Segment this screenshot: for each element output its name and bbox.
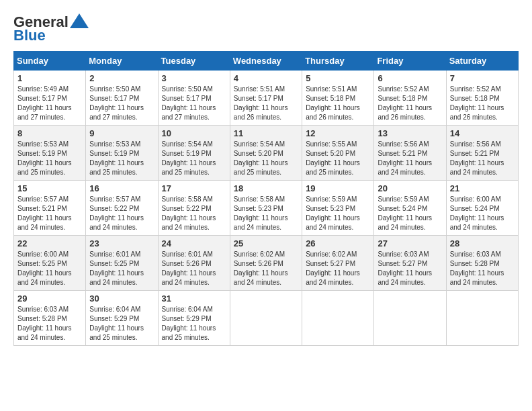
calendar-cell: 5 Sunrise: 5:51 AM Sunset: 5:18 PM Dayli… <box>302 71 374 126</box>
day-number: 3 <box>162 73 226 83</box>
day-info: Sunrise: 5:59 AM Sunset: 5:24 PM Dayligh… <box>378 195 442 232</box>
day-info: Sunrise: 5:52 AM Sunset: 5:18 PM Dayligh… <box>378 85 442 122</box>
day-info: Sunrise: 6:00 AM Sunset: 5:25 PM Dayligh… <box>17 250 82 287</box>
calendar-cell: 9 Sunrise: 5:53 AM Sunset: 5:19 PM Dayli… <box>86 126 158 181</box>
calendar-cell: 21 Sunrise: 6:00 AM Sunset: 5:24 PM Dayl… <box>446 181 518 236</box>
day-number: 31 <box>162 293 226 304</box>
day-number: 17 <box>162 183 226 193</box>
calendar-cell <box>302 291 374 346</box>
day-number: 26 <box>306 238 370 248</box>
weekday-header-tuesday: Tuesday <box>158 52 230 71</box>
day-number: 6 <box>378 73 442 83</box>
weekday-header-sunday: Sunday <box>14 52 86 71</box>
day-info: Sunrise: 6:01 AM Sunset: 5:25 PM Dayligh… <box>89 250 154 287</box>
calendar-week-4: 22 Sunrise: 6:00 AM Sunset: 5:25 PM Dayl… <box>14 236 519 291</box>
logo-icon <box>70 13 89 28</box>
logo: General Blue <box>13 13 89 44</box>
calendar-cell <box>230 291 302 346</box>
day-number: 13 <box>378 128 442 138</box>
day-number: 30 <box>89 293 154 304</box>
day-info: Sunrise: 5:53 AM Sunset: 5:19 PM Dayligh… <box>17 140 82 177</box>
logo-blue: Blue <box>13 27 46 44</box>
day-number: 10 <box>162 128 226 138</box>
page-header: General Blue <box>13 13 519 44</box>
day-number: 8 <box>17 128 82 138</box>
calendar-cell: 10 Sunrise: 5:54 AM Sunset: 5:19 PM Dayl… <box>158 126 230 181</box>
day-info: Sunrise: 5:59 AM Sunset: 5:23 PM Dayligh… <box>306 195 370 232</box>
weekday-header-monday: Monday <box>86 52 158 71</box>
day-number: 28 <box>450 238 515 248</box>
calendar-cell: 19 Sunrise: 5:59 AM Sunset: 5:23 PM Dayl… <box>302 181 374 236</box>
day-number: 4 <box>234 73 298 83</box>
calendar-cell: 31 Sunrise: 6:04 AM Sunset: 5:29 PM Dayl… <box>158 291 230 346</box>
day-number: 22 <box>17 238 82 248</box>
day-info: Sunrise: 5:53 AM Sunset: 5:19 PM Dayligh… <box>89 140 154 177</box>
calendar-cell: 3 Sunrise: 5:50 AM Sunset: 5:17 PM Dayli… <box>158 71 230 126</box>
calendar-cell: 12 Sunrise: 5:55 AM Sunset: 5:20 PM Dayl… <box>302 126 374 181</box>
calendar-cell: 13 Sunrise: 5:56 AM Sunset: 5:21 PM Dayl… <box>374 126 446 181</box>
calendar-cell: 22 Sunrise: 6:00 AM Sunset: 5:25 PM Dayl… <box>14 236 86 291</box>
day-info: Sunrise: 5:50 AM Sunset: 5:17 PM Dayligh… <box>89 85 154 122</box>
day-info: Sunrise: 5:56 AM Sunset: 5:21 PM Dayligh… <box>450 140 515 177</box>
calendar-week-2: 8 Sunrise: 5:53 AM Sunset: 5:19 PM Dayli… <box>14 126 519 181</box>
calendar-week-3: 15 Sunrise: 5:57 AM Sunset: 5:21 PM Dayl… <box>14 181 519 236</box>
calendar-table: SundayMondayTuesdayWednesdayThursdayFrid… <box>13 51 519 346</box>
day-info: Sunrise: 5:54 AM Sunset: 5:20 PM Dayligh… <box>234 140 298 177</box>
day-number: 11 <box>234 128 298 138</box>
day-info: Sunrise: 5:50 AM Sunset: 5:17 PM Dayligh… <box>162 85 226 122</box>
day-number: 19 <box>306 183 370 193</box>
day-info: Sunrise: 5:57 AM Sunset: 5:22 PM Dayligh… <box>89 195 154 232</box>
day-info: Sunrise: 5:49 AM Sunset: 5:17 PM Dayligh… <box>17 85 82 122</box>
calendar-cell: 6 Sunrise: 5:52 AM Sunset: 5:18 PM Dayli… <box>374 71 446 126</box>
calendar-cell: 26 Sunrise: 6:02 AM Sunset: 5:27 PM Dayl… <box>302 236 374 291</box>
weekday-header-saturday: Saturday <box>446 52 518 71</box>
calendar-cell: 24 Sunrise: 6:01 AM Sunset: 5:26 PM Dayl… <box>158 236 230 291</box>
calendar-cell <box>446 291 518 346</box>
day-info: Sunrise: 6:01 AM Sunset: 5:26 PM Dayligh… <box>162 250 226 287</box>
day-info: Sunrise: 6:04 AM Sunset: 5:29 PM Dayligh… <box>89 305 154 342</box>
calendar-cell <box>374 291 446 346</box>
calendar-cell: 18 Sunrise: 5:58 AM Sunset: 5:23 PM Dayl… <box>230 181 302 236</box>
calendar-cell: 1 Sunrise: 5:49 AM Sunset: 5:17 PM Dayli… <box>14 71 86 126</box>
day-number: 18 <box>234 183 298 193</box>
day-number: 23 <box>89 238 154 248</box>
day-info: Sunrise: 6:02 AM Sunset: 5:27 PM Dayligh… <box>306 250 370 287</box>
day-info: Sunrise: 6:03 AM Sunset: 5:28 PM Dayligh… <box>450 250 515 287</box>
weekday-header-friday: Friday <box>374 52 446 71</box>
calendar-cell: 28 Sunrise: 6:03 AM Sunset: 5:28 PM Dayl… <box>446 236 518 291</box>
day-info: Sunrise: 5:58 AM Sunset: 5:22 PM Dayligh… <box>162 195 226 232</box>
day-number: 21 <box>450 183 515 193</box>
day-number: 16 <box>89 183 154 193</box>
svg-marker-0 <box>70 13 89 28</box>
day-info: Sunrise: 6:00 AM Sunset: 5:24 PM Dayligh… <box>450 195 515 232</box>
day-number: 2 <box>89 73 154 83</box>
day-info: Sunrise: 6:04 AM Sunset: 5:29 PM Dayligh… <box>162 305 226 342</box>
day-info: Sunrise: 5:57 AM Sunset: 5:21 PM Dayligh… <box>17 195 82 232</box>
day-number: 12 <box>306 128 370 138</box>
calendar-cell: 29 Sunrise: 6:03 AM Sunset: 5:28 PM Dayl… <box>14 291 86 346</box>
day-info: Sunrise: 6:03 AM Sunset: 5:28 PM Dayligh… <box>17 305 82 342</box>
weekday-header-wednesday: Wednesday <box>230 52 302 71</box>
day-number: 5 <box>306 73 370 83</box>
calendar-cell: 23 Sunrise: 6:01 AM Sunset: 5:25 PM Dayl… <box>86 236 158 291</box>
calendar-cell: 17 Sunrise: 5:58 AM Sunset: 5:22 PM Dayl… <box>158 181 230 236</box>
day-info: Sunrise: 5:56 AM Sunset: 5:21 PM Dayligh… <box>378 140 442 177</box>
calendar-cell: 11 Sunrise: 5:54 AM Sunset: 5:20 PM Dayl… <box>230 126 302 181</box>
calendar-cell: 2 Sunrise: 5:50 AM Sunset: 5:17 PM Dayli… <box>86 71 158 126</box>
day-number: 7 <box>450 73 515 83</box>
day-info: Sunrise: 5:52 AM Sunset: 5:18 PM Dayligh… <box>450 85 515 122</box>
calendar-cell: 15 Sunrise: 5:57 AM Sunset: 5:21 PM Dayl… <box>14 181 86 236</box>
day-number: 15 <box>17 183 82 193</box>
calendar-cell: 7 Sunrise: 5:52 AM Sunset: 5:18 PM Dayli… <box>446 71 518 126</box>
calendar-cell: 16 Sunrise: 5:57 AM Sunset: 5:22 PM Dayl… <box>86 181 158 236</box>
calendar-cell: 25 Sunrise: 6:02 AM Sunset: 5:26 PM Dayl… <box>230 236 302 291</box>
day-number: 25 <box>234 238 298 248</box>
day-number: 27 <box>378 238 442 248</box>
day-number: 1 <box>17 73 82 83</box>
day-info: Sunrise: 5:54 AM Sunset: 5:19 PM Dayligh… <box>162 140 226 177</box>
calendar-cell: 27 Sunrise: 6:03 AM Sunset: 5:27 PM Dayl… <box>374 236 446 291</box>
day-info: Sunrise: 5:51 AM Sunset: 5:18 PM Dayligh… <box>306 85 370 122</box>
day-info: Sunrise: 6:02 AM Sunset: 5:26 PM Dayligh… <box>234 250 298 287</box>
calendar-cell: 20 Sunrise: 5:59 AM Sunset: 5:24 PM Dayl… <box>374 181 446 236</box>
day-info: Sunrise: 5:55 AM Sunset: 5:20 PM Dayligh… <box>306 140 370 177</box>
